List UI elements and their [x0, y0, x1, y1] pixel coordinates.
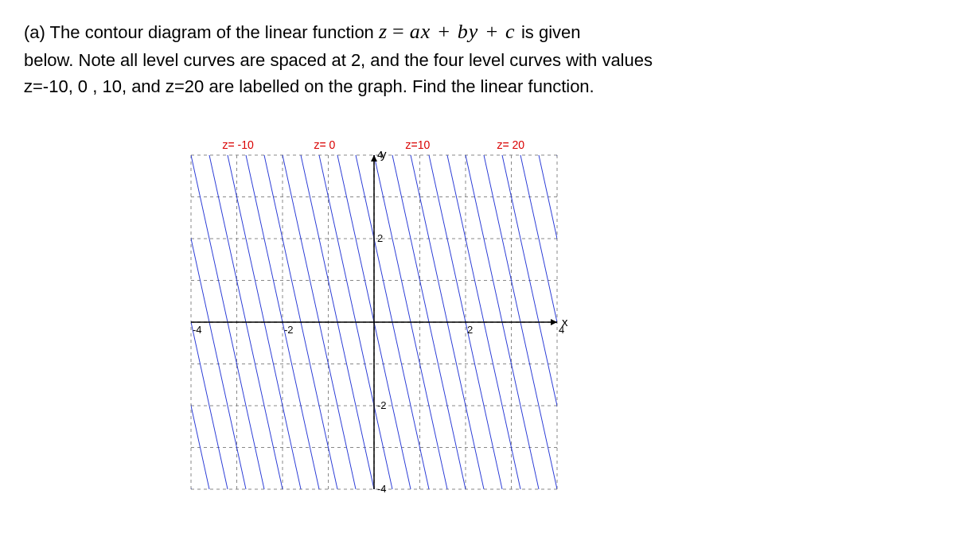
svg-line-25 — [159, 155, 191, 489]
svg-text:-2: -2 — [284, 324, 294, 336]
svg-text:-4: -4 — [193, 324, 202, 336]
q-line1a: The contour diagram of the linear functi… — [50, 22, 379, 42]
svg-text:z= -10: z= -10 — [223, 138, 255, 151]
svg-text:y: y — [380, 147, 387, 161]
svg-text:2: 2 — [467, 324, 473, 336]
q-line3: z=-10, 0 , 10, and z=20 are labelled on … — [24, 76, 594, 96]
q-line1b: is given — [521, 22, 581, 42]
question-text: (a) The contour diagram of the linear fu… — [24, 16, 899, 99]
svg-line-24 — [159, 155, 173, 489]
svg-line-51 — [594, 155, 605, 489]
svg-marker-61 — [551, 319, 557, 325]
math-expression: z=ax + by + c — [379, 20, 521, 43]
svg-text:z= 20: z= 20 — [497, 138, 525, 151]
svg-text:z= 0: z= 0 — [314, 138, 336, 151]
svg-text:z=10: z=10 — [406, 138, 431, 151]
part-label: (a) — [24, 22, 45, 42]
svg-line-50 — [575, 155, 605, 489]
svg-text:x: x — [562, 315, 568, 329]
svg-text:2: 2 — [377, 232, 383, 244]
svg-text:-2: -2 — [377, 399, 387, 411]
contour-chart: 24-4-224-4-2xyz= -10z= 0z=10z= 20 — [159, 123, 931, 521]
svg-text:-4: -4 — [377, 483, 387, 495]
q-line2: below. Note all level curves are spaced … — [24, 50, 653, 70]
svg-marker-62 — [371, 155, 377, 161]
